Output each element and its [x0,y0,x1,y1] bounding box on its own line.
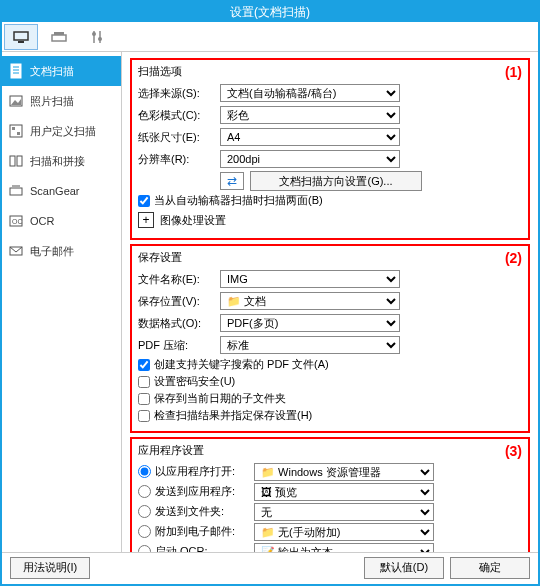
email-icon [8,243,24,259]
duplex-checkbox-input[interactable] [138,195,150,207]
document-icon [8,63,24,79]
check-results-label: 检查扫描结果并指定保存设置(H) [154,408,312,423]
footer: 用法说明(I) 默认值(D) 确定 [2,552,538,582]
radio-send-folder-input[interactable] [138,505,151,518]
radio-send-folder[interactable]: 发送到文件夹: [138,504,254,519]
attach-email-select[interactable]: 📁 无(手动附加) [254,523,434,541]
source-label: 选择来源(S): [138,86,220,101]
svg-rect-15 [12,127,15,130]
sidebar-item-custom-scan[interactable]: 用户定义扫描 [2,116,121,146]
ocr-icon: OCR [8,213,24,229]
password-label: 设置密码安全(U) [154,374,235,389]
svg-rect-14 [10,125,22,137]
format-label: 数据格式(O): [138,316,220,331]
sliders-icon [89,29,105,45]
keyword-pdf-checkbox-input[interactable] [138,359,150,371]
source-select[interactable]: 文档(自动输稿器/稿台) [220,84,400,102]
savein-select[interactable]: 📁 文档 [220,292,400,310]
section-app-settings: (3) 应用程序设置 以应用程序打开: 📁 Windows 资源管理器 发送到应… [130,437,530,552]
keyword-pdf-checkbox[interactable]: 创建支持关键字搜索的 PDF 文件(A) [138,357,522,372]
scanner-icon [51,29,67,45]
duplex-checkbox-label: 当从自动输稿器扫描时扫描两面(B) [154,193,323,208]
title-bar: 设置(文档扫描) [2,2,538,22]
section-marker-1: (1) [505,64,522,80]
svg-rect-0 [14,32,28,40]
toolbar-from-scanner[interactable] [42,24,76,50]
sidebar-item-document-scan[interactable]: 文档扫描 [2,56,121,86]
radio-start-ocr[interactable]: 启动 OCR: [138,544,254,552]
defaults-button[interactable]: 默认值(D) [364,557,444,579]
sidebar-item-label: OCR [30,215,54,227]
toolbar-from-computer[interactable] [4,24,38,50]
password-checkbox-input[interactable] [138,376,150,388]
format-select[interactable]: PDF(多页) [220,314,400,332]
sidebar: 文档扫描 照片扫描 用户定义扫描 扫描和拼接 [2,52,122,552]
swap-orientation-button[interactable]: ⇄ [220,172,244,190]
date-subfolder-checkbox-input[interactable] [138,393,150,405]
compression-label: PDF 压缩: [138,338,220,353]
svg-rect-3 [54,32,64,35]
radio-send-app[interactable]: 发送到应用程序: [138,484,254,499]
check-results-checkbox-input[interactable] [138,410,150,422]
radio-open-with[interactable]: 以应用程序打开: [138,464,254,479]
plus-icon: + [142,214,149,226]
radio-open-with-label: 以应用程序打开: [155,464,235,479]
help-button[interactable]: 用法说明(I) [10,557,90,579]
window-title: 设置(文档扫描) [230,5,310,19]
date-subfolder-checkbox[interactable]: 保存到当前日期的子文件夹 [138,391,522,406]
compression-select[interactable]: 标准 [220,336,400,354]
sidebar-item-label: ScanGear [30,185,80,197]
filename-field[interactable]: IMG [220,270,400,288]
sidebar-item-label: 文档扫描 [30,64,74,79]
custom-icon [8,123,24,139]
duplex-checkbox[interactable]: 当从自动输稿器扫描时扫描两面(B) [138,193,522,208]
svg-rect-16 [17,132,20,135]
section-marker-2: (2) [505,250,522,266]
sidebar-item-label: 电子邮件 [30,244,74,259]
password-checkbox[interactable]: 设置密码安全(U) [138,374,522,389]
radio-open-with-input[interactable] [138,465,151,478]
start-ocr-select[interactable]: 📝 输出为文本 [254,543,434,553]
radio-send-app-input[interactable] [138,485,151,498]
send-folder-select[interactable]: 无 [254,503,434,521]
top-toolbar [2,22,538,52]
sidebar-item-label: 用户定义扫描 [30,124,96,139]
toolbar-settings[interactable] [80,24,114,50]
svg-rect-8 [11,64,21,78]
svg-rect-2 [52,35,66,41]
open-with-select[interactable]: 📁 Windows 资源管理器 [254,463,434,481]
radio-attach-email[interactable]: 附加到电子邮件: [138,524,254,539]
settings-window: 设置(文档扫描) 文档扫描 [0,0,540,586]
resolution-label: 分辨率(R): [138,152,220,167]
send-app-select[interactable]: 🖼 预览 [254,483,434,501]
scangear-icon [8,183,24,199]
orientation-settings-button[interactable]: 文档扫描方向设置(G)... [250,171,422,191]
main-panel: (1) 扫描选项 选择来源(S): 文档(自动输稿器/稿台) 色彩模式(C): … [122,52,538,552]
sidebar-item-email[interactable]: 电子邮件 [2,236,121,266]
radio-start-ocr-input[interactable] [138,545,151,552]
paper-select[interactable]: A4 [220,128,400,146]
resolution-select[interactable]: 200dpi [220,150,400,168]
expand-image-processing-button[interactable]: + [138,212,154,228]
radio-attach-email-input[interactable] [138,525,151,538]
stitch-icon [8,153,24,169]
image-processing-label: 图像处理设置 [160,213,226,228]
filename-label: 文件名称(E): [138,272,220,287]
svg-text:OCR: OCR [12,218,23,225]
sidebar-item-ocr[interactable]: OCR OCR [2,206,121,236]
section-title: 扫描选项 [138,64,522,79]
sidebar-item-label: 照片扫描 [30,94,74,109]
section-title: 应用程序设置 [138,443,522,458]
sidebar-item-photo-scan[interactable]: 照片扫描 [2,86,121,116]
radio-start-ocr-label: 启动 OCR: [155,544,208,552]
swap-arrows-icon: ⇄ [227,174,237,188]
savein-label: 保存位置(V): [138,294,220,309]
sidebar-item-scangear[interactable]: ScanGear [2,176,121,206]
radio-send-folder-label: 发送到文件夹: [155,504,224,519]
monitor-icon [13,29,29,45]
ok-button[interactable]: 确定 [450,557,530,579]
sidebar-item-stitch[interactable]: 扫描和拼接 [2,146,121,176]
color-select[interactable]: 彩色 [220,106,400,124]
svg-point-7 [98,37,102,41]
check-results-checkbox[interactable]: 检查扫描结果并指定保存设置(H) [138,408,522,423]
